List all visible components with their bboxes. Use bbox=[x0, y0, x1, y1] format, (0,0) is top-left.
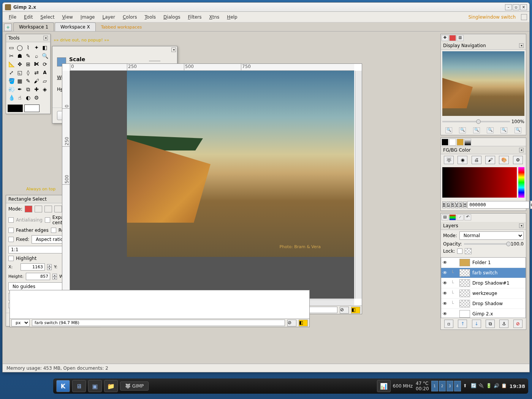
color-brush-icon[interactable]: 🖌 bbox=[485, 156, 495, 164]
menu-help[interactable]: Help bbox=[223, 13, 241, 21]
tray-icon-2[interactable]: 🔄 bbox=[471, 383, 477, 389]
ink-tool[interactable]: ✒ bbox=[16, 86, 24, 93]
kde-menu-button[interactable]: K bbox=[56, 380, 70, 392]
pencil-tool[interactable]: ✎ bbox=[24, 77, 32, 85]
menu-dialogs[interactable]: Dialogs bbox=[160, 13, 184, 21]
ruler-vertical[interactable]: 0250500 bbox=[62, 71, 70, 306]
workspace-tab-1[interactable]: Workspace 1 bbox=[13, 22, 54, 31]
color-wheel-icon[interactable]: ◉ bbox=[458, 156, 467, 164]
new-layer-button[interactable]: ▫ bbox=[444, 320, 453, 328]
menu-colors[interactable]: Colors bbox=[119, 13, 141, 21]
zoom-out-button[interactable]: 🔍 bbox=[445, 127, 452, 133]
mode-intersect[interactable] bbox=[54, 206, 62, 212]
perspective-clone-tool[interactable]: ◈ bbox=[41, 86, 49, 93]
color-b[interactable]: B bbox=[442, 201, 446, 208]
cancel-op-button[interactable]: ⊘ bbox=[340, 307, 349, 314]
expand-check[interactable] bbox=[45, 217, 50, 223]
scissors-tool[interactable]: ✂ bbox=[8, 52, 15, 60]
move-tool[interactable]: ✥ bbox=[16, 60, 24, 68]
menu-view[interactable]: View bbox=[58, 13, 76, 21]
nav-del-icon[interactable] bbox=[449, 35, 456, 41]
mode-replace[interactable] bbox=[25, 206, 32, 212]
feather-check[interactable] bbox=[8, 228, 14, 233]
tray-icon-1[interactable]: ⬆ bbox=[463, 383, 469, 389]
nav-move-icon[interactable]: ✥ bbox=[442, 35, 448, 41]
highlight-check[interactable] bbox=[8, 256, 14, 261]
bg-color-swatch[interactable] bbox=[24, 104, 40, 112]
fgbg-tab-gradient[interactable] bbox=[464, 139, 471, 146]
menu-layer[interactable]: Layer bbox=[98, 13, 119, 21]
zoom-fill-button[interactable]: 🔍 bbox=[500, 127, 507, 133]
eraser-tool[interactable]: ▱ bbox=[41, 77, 49, 85]
layer-item-folder[interactable]: 👁Folder 1 bbox=[441, 258, 526, 268]
menu-filters[interactable]: Filters bbox=[184, 13, 206, 21]
tray-icon-6[interactable]: 📋 bbox=[501, 383, 507, 389]
new-workspace-button[interactable]: + bbox=[4, 24, 12, 31]
cancel-op-button-2[interactable]: ⊘ bbox=[287, 320, 296, 326]
align-tool[interactable]: ⊞ bbox=[24, 60, 32, 68]
color-palette-icon[interactable]: 🎨 bbox=[499, 156, 509, 164]
zoom-in-button[interactable]: 🔍 bbox=[459, 127, 466, 133]
layers-tab-undo[interactable]: ↶ bbox=[464, 214, 471, 220]
foreground-select-tool[interactable]: ☗ bbox=[16, 52, 24, 60]
color-v[interactable]: V bbox=[455, 201, 459, 208]
color-picker-tool[interactable]: ⌕ bbox=[33, 52, 40, 60]
tray-icon-5[interactable]: 🔊 bbox=[494, 383, 500, 389]
layers-mode-select[interactable]: Normal bbox=[459, 231, 524, 240]
rect-select-tool[interactable]: ▭ bbox=[8, 44, 15, 51]
flip-tool[interactable]: ⇄ bbox=[33, 69, 40, 76]
fgbg-tab-fg[interactable] bbox=[442, 139, 448, 146]
opacity-slider[interactable] bbox=[464, 243, 508, 245]
close-button[interactable]: × bbox=[520, 4, 527, 10]
layer-item-dropshadow1[interactable]: 👁└Drop Shadow#1 bbox=[441, 278, 526, 288]
rounded-check[interactable] bbox=[51, 228, 56, 233]
zoom-tool[interactable]: 🔍 bbox=[41, 52, 49, 60]
eye-icon[interactable]: 👁 bbox=[443, 260, 449, 265]
ellipse-select-tool[interactable]: ◯ bbox=[16, 44, 24, 51]
fgbg-tab-palette[interactable] bbox=[457, 139, 464, 146]
duplicate-layer-button[interactable]: ⧉ bbox=[486, 320, 495, 328]
tray-icon-3[interactable]: 🔌 bbox=[478, 383, 484, 389]
color-select-tool[interactable]: ◧ bbox=[41, 44, 49, 51]
desktop-button[interactable]: 🖥 bbox=[72, 380, 86, 392]
delete-layer-button[interactable]: ⊘ bbox=[513, 320, 522, 328]
nav-zoom-slider[interactable] bbox=[442, 121, 510, 122]
color-s[interactable]: S bbox=[459, 201, 462, 208]
heal-tool[interactable]: ✚ bbox=[33, 86, 40, 93]
color-picker-button[interactable]: ⊕ bbox=[530, 201, 532, 209]
color-print-icon[interactable]: 🖨 bbox=[472, 156, 481, 164]
lock-alpha-check[interactable] bbox=[457, 249, 462, 254]
text-tool[interactable]: A bbox=[41, 69, 49, 76]
menu-xtns[interactable]: Xtns bbox=[206, 13, 223, 21]
taskbar-clock[interactable]: 19:38 bbox=[510, 383, 525, 389]
raise-layer-button[interactable]: ↑ bbox=[458, 320, 467, 328]
smudge-tool[interactable]: ☝ bbox=[16, 94, 24, 101]
shear-tool[interactable]: ◱ bbox=[16, 69, 24, 76]
color-field[interactable] bbox=[442, 167, 517, 198]
maximize-button[interactable]: ▫ bbox=[513, 4, 519, 10]
lasso-tool[interactable]: ⌇ bbox=[24, 44, 32, 51]
mode-add[interactable] bbox=[35, 206, 42, 212]
singlewindow-icon[interactable] bbox=[521, 14, 527, 20]
color-sliders-icon[interactable]: ⚙ bbox=[513, 156, 523, 164]
vertical-scrollbar[interactable] bbox=[355, 71, 362, 299]
eye-icon[interactable]: 👁 bbox=[443, 270, 449, 276]
perspective-tool[interactable]: ◊ bbox=[24, 69, 32, 76]
workspace-switcher[interactable]: 1 2 3 4 bbox=[431, 381, 461, 391]
x-input[interactable] bbox=[21, 263, 45, 271]
ruler-horizontal[interactable]: 0250500750 bbox=[70, 64, 354, 71]
blur-tool[interactable]: 💧 bbox=[8, 94, 15, 101]
tools-collapse-button[interactable]: ◂ bbox=[43, 36, 48, 40]
layers-tab-paths[interactable]: ⟋ bbox=[457, 214, 464, 220]
fgbg-tab-bg[interactable] bbox=[449, 139, 456, 146]
zoom-100-button[interactable]: 🔍 bbox=[487, 127, 494, 133]
zoom-fit-button[interactable]: 🔍 bbox=[473, 127, 480, 133]
navigation-thumbnail[interactable] bbox=[442, 51, 524, 116]
airbrush-tool[interactable]: 💨 bbox=[8, 86, 15, 93]
crop-tool[interactable]: ✀ bbox=[33, 60, 40, 68]
hue-strip[interactable] bbox=[518, 167, 524, 198]
antialias-check[interactable] bbox=[8, 217, 14, 223]
paths-tool[interactable]: ✎ bbox=[24, 52, 32, 60]
measure-tool[interactable]: 📐 bbox=[8, 60, 15, 68]
workspace-tab-2[interactable]: Workspace X bbox=[55, 22, 96, 31]
